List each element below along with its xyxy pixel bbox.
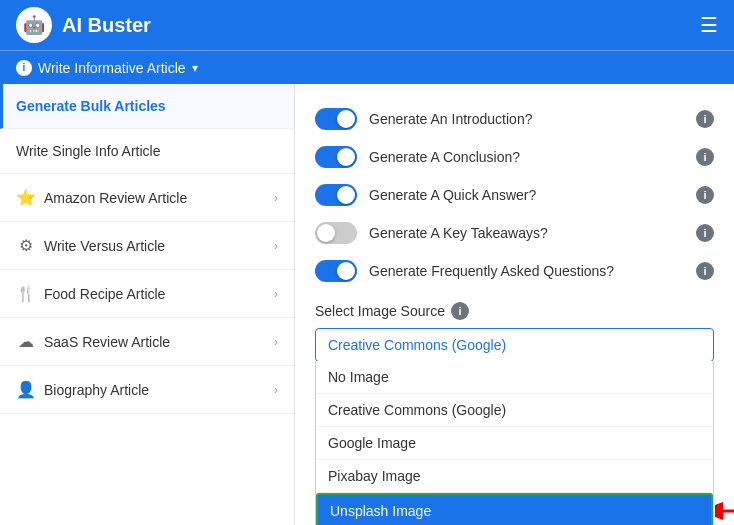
image-source-label: Select Image Source i — [315, 302, 714, 320]
toggle-faq[interactable] — [315, 260, 357, 282]
versus-icon: ⚙ — [16, 236, 36, 255]
sidebar-item-saas-review[interactable]: ☁ SaaS Review Article › — [0, 318, 294, 366]
toggle-row-quick-answer: Generate A Quick Answer? i — [315, 176, 714, 214]
dropdown-item-google-image[interactable]: Google Image — [316, 427, 713, 460]
app-header: 🤖 AI Buster ☰ — [0, 0, 734, 50]
toggle-label-intro: Generate An Introduction? — [369, 111, 684, 127]
amazon-chevron-icon: › — [274, 191, 278, 205]
sub-header-info-icon: i — [16, 60, 32, 76]
hamburger-icon[interactable]: ☰ — [700, 13, 718, 37]
toggle-label-faq: Generate Frequently Asked Questions? — [369, 263, 684, 279]
info-icon-faq[interactable]: i — [696, 262, 714, 280]
app-logo: 🤖 — [16, 7, 52, 43]
toggle-label-conclusion: Generate A Conclusion? — [369, 149, 684, 165]
toggle-knob-key-takeaways — [317, 224, 335, 242]
logo-icon: 🤖 — [23, 14, 45, 36]
info-icon-intro[interactable]: i — [696, 110, 714, 128]
toggle-label-key-takeaways: Generate A Key Takeaways? — [369, 225, 684, 241]
dropdown-selected-value[interactable]: Creative Commons (Google) — [315, 328, 714, 362]
sidebar-label-write-single: Write Single Info Article — [16, 143, 278, 159]
sidebar-item-write-single[interactable]: Write Single Info Article — [0, 129, 294, 174]
app-title: AI Buster — [62, 14, 151, 37]
main-layout: Generate Bulk Articles Write Single Info… — [0, 84, 734, 525]
sidebar-label-amazon-review: Amazon Review Article — [44, 190, 266, 206]
toggle-quick-answer[interactable] — [315, 184, 357, 206]
sidebar-item-biography[interactable]: 👤 Biography Article › — [0, 366, 294, 414]
saas-chevron-icon: › — [274, 335, 278, 349]
sub-header-chevron-icon[interactable]: ▾ — [192, 61, 198, 75]
toggle-row-key-takeaways: Generate A Key Takeaways? i — [315, 214, 714, 252]
dropdown-item-creative-commons[interactable]: Creative Commons (Google) — [316, 394, 713, 427]
toggle-row-intro: Generate An Introduction? i — [315, 100, 714, 138]
sub-header-label: Write Informative Article — [38, 60, 186, 76]
toggle-row-conclusion: Generate A Conclusion? i — [315, 138, 714, 176]
sidebar-label-saas-review: SaaS Review Article — [44, 334, 266, 350]
sidebar-item-food-recipe[interactable]: 🍴 Food Recipe Article › — [0, 270, 294, 318]
content-area: Generate An Introduction? i Generate A C… — [295, 84, 734, 525]
sidebar: Generate Bulk Articles Write Single Info… — [0, 84, 295, 525]
toggle-knob-faq — [337, 262, 355, 280]
amazon-icon: ⭐ — [16, 188, 36, 207]
dropdown-list: No Image Creative Commons (Google) Googl… — [315, 361, 714, 525]
info-icon-image-source[interactable]: i — [451, 302, 469, 320]
toggle-intro[interactable] — [315, 108, 357, 130]
dropdown-item-pixabay-image[interactable]: Pixabay Image — [316, 460, 713, 493]
biography-icon: 👤 — [16, 380, 36, 399]
sidebar-label-food-recipe: Food Recipe Article — [44, 286, 266, 302]
toggle-label-quick-answer: Generate A Quick Answer? — [369, 187, 684, 203]
dropdown-item-creative-commons-label: Creative Commons (Google) — [328, 402, 506, 418]
dropdown-item-no-image-label: No Image — [328, 369, 389, 385]
versus-chevron-icon: › — [274, 239, 278, 253]
sub-header: i Write Informative Article ▾ — [0, 50, 734, 84]
biography-chevron-icon: › — [274, 383, 278, 397]
toggle-conclusion[interactable] — [315, 146, 357, 168]
info-icon-conclusion[interactable]: i — [696, 148, 714, 166]
toggle-row-faq: Generate Frequently Asked Questions? i — [315, 252, 714, 290]
dropdown-item-unsplash-wrapper: Unsplash Image — [316, 493, 713, 525]
food-icon: 🍴 — [16, 284, 36, 303]
image-source-label-text: Select Image Source — [315, 303, 445, 319]
dropdown-item-google-image-label: Google Image — [328, 435, 416, 451]
sidebar-label-write-versus: Write Versus Article — [44, 238, 266, 254]
toggle-knob-quick-answer — [337, 186, 355, 204]
sidebar-item-generate-bulk[interactable]: Generate Bulk Articles — [0, 84, 294, 129]
red-arrow-icon — [715, 496, 734, 525]
toggle-key-takeaways[interactable] — [315, 222, 357, 244]
info-icon-key-takeaways[interactable]: i — [696, 224, 714, 242]
info-icon-quick-answer[interactable]: i — [696, 186, 714, 204]
saas-icon: ☁ — [16, 332, 36, 351]
sidebar-item-amazon-review[interactable]: ⭐ Amazon Review Article › — [0, 174, 294, 222]
toggle-knob-conclusion — [337, 148, 355, 166]
dropdown-item-no-image[interactable]: No Image — [316, 361, 713, 394]
food-chevron-icon: › — [274, 287, 278, 301]
sidebar-item-write-versus[interactable]: ⚙ Write Versus Article › — [0, 222, 294, 270]
dropdown-item-pixabay-image-label: Pixabay Image — [328, 468, 421, 484]
toggle-knob-intro — [337, 110, 355, 128]
sidebar-label-generate-bulk: Generate Bulk Articles — [16, 98, 278, 114]
dropdown-item-unsplash-label: Unsplash Image — [330, 503, 431, 519]
header-left: 🤖 AI Buster — [16, 7, 151, 43]
sidebar-label-biography: Biography Article — [44, 382, 266, 398]
dropdown-item-unsplash[interactable]: Unsplash Image — [316, 493, 713, 525]
